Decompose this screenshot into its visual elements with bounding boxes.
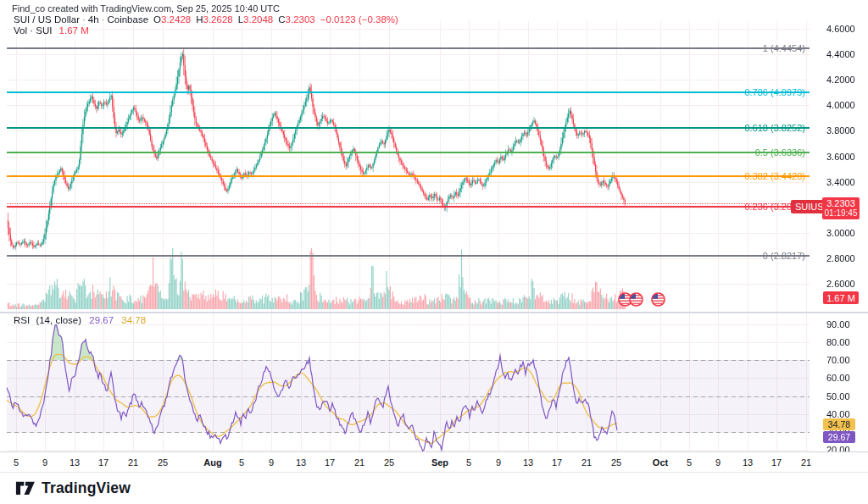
rsi-axis-tick: 70.00	[826, 355, 850, 365]
rsi-axis-tick: 40.00	[826, 409, 850, 419]
legend-separator: ·	[99, 14, 108, 25]
open-label: O	[153, 14, 161, 25]
time-axis-tick: 13	[70, 457, 80, 468]
time-axis-tick: 5	[14, 457, 19, 468]
legend-separator: ·	[80, 14, 88, 25]
open-value: 3.2428	[161, 14, 191, 25]
high-label: H	[196, 14, 203, 25]
symbol-interval: 4h	[88, 14, 99, 25]
rsi-axis-badge: 29.67	[823, 431, 855, 443]
tradingview-logo-icon	[15, 479, 36, 497]
pane-separator[interactable]	[0, 312, 868, 313]
volume-legend-row: Vol · SUI 1.67 M	[14, 25, 398, 36]
time-axis-tick: 5	[687, 457, 692, 468]
time-axis-tick: 21	[801, 457, 811, 468]
footer: TradingView	[0, 472, 868, 504]
rsi-axis-tick: 90.00	[826, 319, 850, 330]
rsi-legend[interactable]: RSI (14, close) 29.67 34.78	[14, 315, 146, 325]
rsi-params: (14, close)	[36, 315, 81, 325]
time-axis-tick: 9	[715, 457, 721, 468]
us-flag-event-icon[interactable]	[651, 292, 665, 307]
rsi-axis-tick: 80.00	[826, 337, 850, 347]
rsi-value: 29.67	[89, 315, 114, 325]
close-value: 3.2303	[286, 14, 315, 25]
time-axis-tick: Aug	[203, 457, 221, 468]
watermark: Find_co created with TradingView.com, Se…	[12, 3, 280, 14]
last-price-badge: 3.2303 01:19:45	[822, 197, 860, 219]
symbol-legend-row: SUI / US Dollar·4h·CoinbaseO3.2428H3.262…	[14, 14, 398, 25]
time-axis-tick: 9	[42, 457, 47, 468]
price-axis-tick: 4.6000	[826, 24, 855, 34]
time-axis-tick: 17	[771, 457, 782, 468]
time-axis-tick: 25	[611, 457, 621, 468]
price-axis-tick: 3.8000	[826, 125, 855, 136]
time-axis-tick: 21	[581, 457, 592, 468]
rsi-ma-value: 34.78	[121, 315, 146, 325]
time-axis-tick: 9	[269, 457, 274, 468]
time-axis-tick: 13	[523, 457, 533, 468]
time-axis-tick: Sep	[431, 457, 448, 468]
time-axis-tick: 5	[466, 457, 471, 468]
time-axis-tick: 5	[239, 457, 244, 468]
last-price-value: 3.2303	[826, 198, 855, 208]
time-axis-tick: 17	[98, 457, 108, 468]
fib-level-line[interactable]	[7, 206, 810, 208]
symbol-legend[interactable]: SUI / US Dollar·4h·CoinbaseO3.2428H3.262…	[14, 14, 398, 36]
volume-axis-badge: 1.67 M	[823, 291, 859, 304]
tradingview-logo[interactable]: TradingView	[15, 479, 131, 497]
rsi-title: RSI	[14, 315, 30, 325]
price-axis-tick: 3.0000	[826, 228, 855, 238]
fib-level-line[interactable]	[7, 127, 810, 129]
tradingview-chart-window: 1 (4.4454)0.786 (4.0979)0.618 (3.8252)0.…	[0, 0, 868, 504]
price-axis-tick: 2.6000	[826, 279, 855, 289]
time-axis-tick: 25	[158, 457, 168, 468]
tradingview-brand-text: TradingView	[42, 479, 131, 497]
close-label: C	[278, 14, 285, 25]
time-axis-tick: 17	[552, 457, 562, 468]
rsi-axis-tick: 50.00	[826, 391, 850, 402]
time-axis-tick: 17	[325, 457, 335, 468]
fib-level-line[interactable]	[7, 175, 810, 177]
price-axis-tick: 4.2000	[826, 75, 855, 85]
symbol-exchange: Coinbase	[107, 14, 148, 25]
change-value: −0.0123 (−0.38%)	[320, 14, 398, 25]
price-chart-canvas[interactable]	[0, 0, 868, 451]
time-axis-tick: Oct	[653, 457, 668, 468]
time-axis-tick: 13	[296, 457, 306, 468]
us-flag-event-icon[interactable]	[629, 292, 643, 307]
rsi-axis-tick: 60.00	[826, 373, 850, 383]
time-axis-tick: 21	[354, 457, 364, 468]
price-axis-tick: 3.6000	[826, 152, 855, 162]
fib-level-line[interactable]	[7, 91, 810, 93]
price-axis-tick: 3.4000	[826, 177, 855, 187]
time-axis[interactable]: 5913172125Aug5913172125Sep5913172125Oct5…	[0, 451, 868, 473]
high-value: 3.2628	[203, 14, 233, 25]
fib-level-line[interactable]	[7, 152, 810, 153]
fib-level-line[interactable]	[7, 47, 810, 49]
low-value: 3.2048	[243, 14, 273, 25]
rsi-ma-axis-badge: 34.78	[823, 418, 855, 430]
price-axis-tick: 2.8000	[826, 253, 855, 263]
price-axis-tick: 4.0000	[826, 100, 855, 110]
last-price-line	[7, 203, 810, 204]
volume-value: 1.67 M	[59, 25, 89, 36]
time-axis-tick: 25	[384, 457, 394, 468]
volume-label: Vol · SUI	[14, 25, 52, 36]
price-axis-tick: 4.4000	[826, 49, 855, 59]
symbol-title: SUI / US Dollar	[14, 14, 80, 25]
time-axis-tick: 13	[743, 457, 753, 468]
time-axis-tick: 9	[496, 457, 501, 468]
fib-level-line[interactable]	[7, 255, 810, 257]
time-axis-tick: 21	[128, 457, 138, 468]
bar-countdown: 01:19:45	[825, 208, 858, 219]
